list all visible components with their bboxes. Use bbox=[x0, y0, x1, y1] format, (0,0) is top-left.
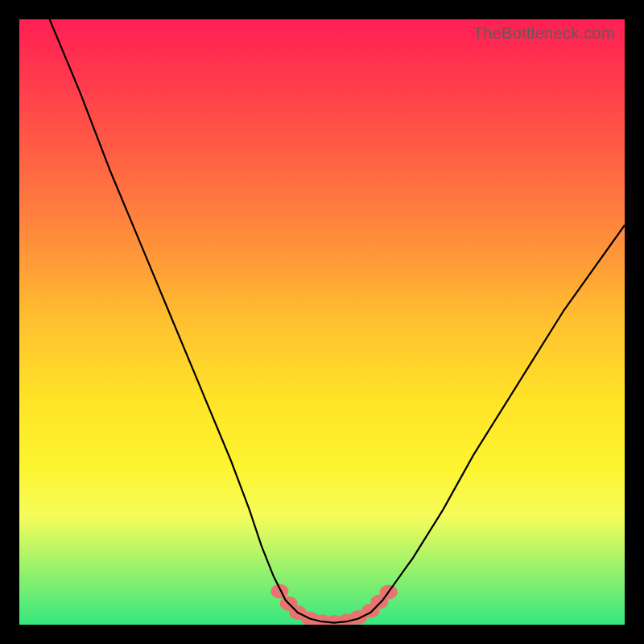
watermark-label: TheBottleneck.com bbox=[473, 24, 615, 43]
curve-svg bbox=[19, 19, 625, 625]
curve-marker bbox=[270, 584, 288, 599]
chart-frame: TheBottleneck.com bbox=[0, 0, 644, 644]
bottleneck-curve bbox=[50, 19, 625, 623]
plot-area: TheBottleneck.com bbox=[19, 19, 625, 625]
